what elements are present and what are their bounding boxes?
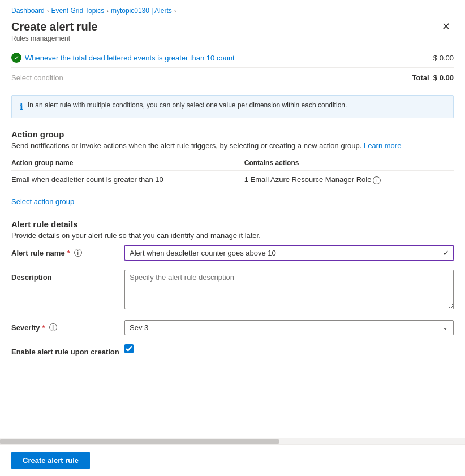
col-header-name: Action group name <box>11 155 244 171</box>
alert-rule-name-control: ✓ <box>124 245 454 261</box>
close-button[interactable]: ✕ <box>438 20 454 33</box>
panel-title: Create alert rule <box>11 20 97 33</box>
table-row: Email when deadletter count is greater t… <box>11 171 454 189</box>
condition-price: $ 0.00 <box>433 54 454 62</box>
action-group-actions-cell: 1 Email Azure Resource Manager Rolei <box>244 171 454 189</box>
col-header-actions: Contains actions <box>244 155 454 171</box>
description-row: Description <box>11 270 454 311</box>
horizontal-scrollbar[interactable] <box>0 438 465 444</box>
enable-alert-label: Enable alert rule upon creation <box>11 344 124 356</box>
select-condition-label[interactable]: Select condition <box>11 73 63 82</box>
severity-required-star: * <box>42 323 45 332</box>
breadcrumb-sep-2: › <box>106 7 109 14</box>
info-banner: ℹ In an alert rule with multiple conditi… <box>11 95 454 118</box>
panel-footer: Create alert rule <box>0 444 465 476</box>
panel-content: ✓ Whenever the total dead lettered event… <box>0 48 465 432</box>
action-group-table: Action group name Contains actions Email… <box>11 155 454 189</box>
action-group-desc: Send notifications or invoke actions whe… <box>11 141 454 150</box>
name-required-star: * <box>67 249 70 257</box>
panel-header: Create alert rule ✕ <box>0 18 465 34</box>
breadcrumb-dashboard[interactable]: Dashboard <box>11 7 45 15</box>
alert-rule-name-row: Alert rule name * i ✓ <box>11 245 454 261</box>
total-label: Total $ 0.00 <box>412 73 454 82</box>
learn-more-link[interactable]: Learn more <box>364 141 401 150</box>
description-control <box>124 270 454 311</box>
breadcrumb: Dashboard › Event Grid Topics › mytopic0… <box>0 0 465 18</box>
severity-row: Severity * i Sev 0Sev 1Sev 2Sev 3Sev 4 ⌄ <box>11 320 454 335</box>
create-alert-rule-panel: Dashboard › Event Grid Topics › mytopic0… <box>0 0 465 476</box>
severity-label: Severity * i <box>11 320 124 332</box>
severity-select-wrapper: Sev 0Sev 1Sev 2Sev 3Sev 4 ⌄ <box>124 320 454 335</box>
scrollbar-thumb <box>0 439 279 444</box>
info-icon: ℹ <box>20 102 23 112</box>
alert-rule-details-section: Alert rule details Provide details on yo… <box>11 219 454 356</box>
action-group-title: Action group <box>11 129 454 139</box>
enable-alert-row: Enable alert rule upon creation <box>11 344 454 356</box>
alert-rule-details-desc: Provide details on your alert rule so th… <box>11 231 454 240</box>
alert-rule-name-input[interactable] <box>124 245 454 261</box>
condition-description: Whenever the total dead lettered events … <box>25 54 235 62</box>
select-condition-row: Select condition Total $ 0.00 <box>11 68 454 88</box>
name-check-icon: ✓ <box>443 249 449 257</box>
enable-alert-control <box>124 344 454 353</box>
severity-select[interactable]: Sev 0Sev 1Sev 2Sev 3Sev 4 <box>124 320 454 335</box>
info-banner-text: In an alert rule with multiple condition… <box>28 101 347 109</box>
create-alert-rule-button[interactable]: Create alert rule <box>11 452 90 469</box>
action-group-section: Action group Send notifications or invok… <box>11 129 454 206</box>
condition-row: ✓ Whenever the total dead lettered event… <box>11 48 454 68</box>
breadcrumb-sep-1: › <box>47 7 49 14</box>
actions-info-icon: i <box>373 176 381 184</box>
action-group-name-cell: Email when deadletter count is greater t… <box>11 171 244 189</box>
enable-alert-checkbox[interactable] <box>124 344 134 353</box>
name-info-icon: i <box>74 249 82 257</box>
alert-rule-name-input-wrapper: ✓ <box>124 245 454 261</box>
breadcrumb-sep-3: › <box>174 7 176 14</box>
title-text: Create alert rule <box>11 20 97 33</box>
severity-info-icon: i <box>49 323 57 331</box>
alert-rule-name-label: Alert rule name * i <box>11 245 124 257</box>
description-label: Description <box>11 270 124 282</box>
alert-rule-details-title: Alert rule details <box>11 219 454 229</box>
breadcrumb-event-grid[interactable]: Event Grid Topics <box>51 7 104 15</box>
panel-subtitle: Rules management <box>0 34 465 48</box>
severity-control: Sev 0Sev 1Sev 2Sev 3Sev 4 ⌄ <box>124 320 454 335</box>
description-input[interactable] <box>124 270 454 309</box>
condition-link[interactable]: ✓ Whenever the total dead lettered event… <box>11 53 235 63</box>
breadcrumb-alerts[interactable]: mytopic0130 | Alerts <box>111 7 172 15</box>
select-action-group-link[interactable]: Select action group <box>11 197 74 206</box>
enable-checkbox-row <box>124 344 454 353</box>
condition-check-icon: ✓ <box>11 53 21 63</box>
